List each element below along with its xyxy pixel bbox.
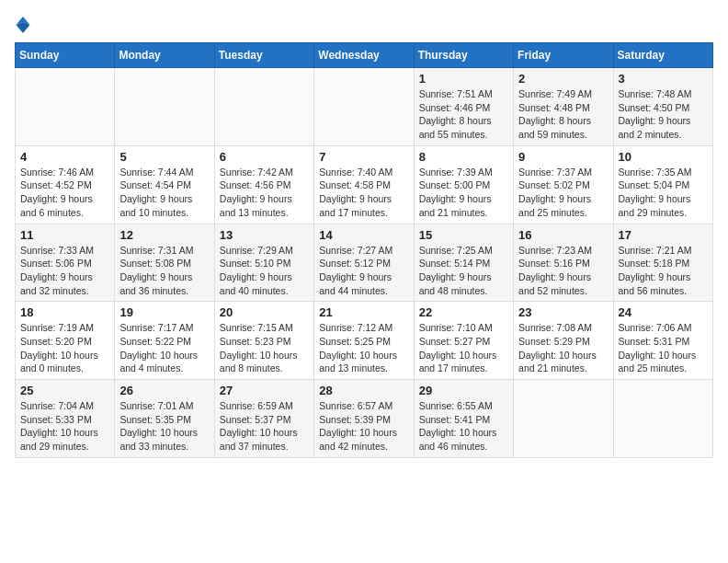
calendar-cell	[214, 68, 313, 146]
calendar-cell	[314, 68, 414, 146]
calendar-cell: 7Sunrise: 7:40 AM Sunset: 4:58 PM Daylig…	[314, 145, 414, 224]
calendar-week-row: 25Sunrise: 7:04 AM Sunset: 5:33 PM Dayli…	[16, 380, 713, 458]
logo-icon	[15, 15, 31, 35]
day-number: 1	[419, 72, 508, 86]
calendar-cell: 27Sunrise: 6:59 AM Sunset: 5:37 PM Dayli…	[214, 380, 313, 458]
calendar-cell: 21Sunrise: 7:12 AM Sunset: 5:25 PM Dayli…	[314, 302, 414, 380]
header	[15, 15, 713, 35]
day-info: Sunrise: 7:10 AM Sunset: 5:27 PM Dayligh…	[419, 321, 508, 375]
day-info: Sunrise: 7:27 AM Sunset: 5:12 PM Dayligh…	[319, 244, 408, 298]
calendar-cell: 20Sunrise: 7:15 AM Sunset: 5:23 PM Dayli…	[214, 302, 313, 380]
day-number: 10	[619, 150, 708, 164]
day-number: 17	[619, 228, 708, 242]
day-info: Sunrise: 7:25 AM Sunset: 5:14 PM Dayligh…	[419, 244, 508, 298]
day-info: Sunrise: 7:21 AM Sunset: 5:18 PM Dayligh…	[619, 244, 708, 298]
column-header-saturday: Saturday	[613, 43, 712, 68]
calendar-cell: 16Sunrise: 7:23 AM Sunset: 5:16 PM Dayli…	[514, 224, 613, 302]
day-number: 15	[419, 228, 508, 242]
day-info: Sunrise: 7:23 AM Sunset: 5:16 PM Dayligh…	[518, 244, 608, 298]
calendar-cell: 24Sunrise: 7:06 AM Sunset: 5:31 PM Dayli…	[613, 302, 712, 380]
day-number: 19	[119, 305, 209, 319]
column-header-sunday: Sunday	[16, 43, 115, 68]
calendar-cell	[115, 68, 214, 146]
day-info: Sunrise: 7:37 AM Sunset: 5:02 PM Dayligh…	[518, 166, 608, 220]
day-info: Sunrise: 7:40 AM Sunset: 4:58 PM Dayligh…	[319, 166, 408, 220]
day-info: Sunrise: 7:08 AM Sunset: 5:29 PM Dayligh…	[518, 321, 608, 375]
day-info: Sunrise: 7:39 AM Sunset: 5:00 PM Dayligh…	[419, 166, 508, 220]
day-info: Sunrise: 7:33 AM Sunset: 5:06 PM Dayligh…	[20, 244, 109, 298]
calendar-cell: 4Sunrise: 7:46 AM Sunset: 4:52 PM Daylig…	[16, 145, 115, 224]
calendar-table: SundayMondayTuesdayWednesdayThursdayFrid…	[15, 42, 713, 458]
calendar-cell: 22Sunrise: 7:10 AM Sunset: 5:27 PM Dayli…	[414, 302, 513, 380]
column-header-monday: Monday	[115, 43, 214, 68]
day-info: Sunrise: 7:06 AM Sunset: 5:31 PM Dayligh…	[619, 321, 708, 375]
calendar-week-row: 1Sunrise: 7:51 AM Sunset: 4:46 PM Daylig…	[16, 68, 713, 146]
calendar-cell: 18Sunrise: 7:19 AM Sunset: 5:20 PM Dayli…	[16, 302, 115, 380]
day-info: Sunrise: 7:42 AM Sunset: 4:56 PM Dayligh…	[220, 166, 309, 220]
day-number: 14	[319, 228, 408, 242]
day-number: 4	[20, 150, 109, 164]
day-number: 16	[518, 228, 608, 242]
day-number: 2	[518, 72, 608, 86]
day-info: Sunrise: 7:35 AM Sunset: 5:04 PM Dayligh…	[619, 166, 708, 220]
day-info: Sunrise: 7:04 AM Sunset: 5:33 PM Dayligh…	[20, 399, 109, 454]
calendar-cell: 26Sunrise: 7:01 AM Sunset: 5:35 PM Dayli…	[115, 380, 214, 458]
day-number: 23	[518, 305, 608, 319]
calendar-week-row: 4Sunrise: 7:46 AM Sunset: 4:52 PM Daylig…	[16, 145, 713, 224]
calendar-cell: 5Sunrise: 7:44 AM Sunset: 4:54 PM Daylig…	[115, 145, 214, 224]
day-number: 26	[119, 384, 209, 397]
day-info: Sunrise: 7:01 AM Sunset: 5:35 PM Dayligh…	[119, 399, 209, 454]
calendar-week-row: 18Sunrise: 7:19 AM Sunset: 5:20 PM Dayli…	[16, 302, 713, 380]
day-number: 8	[419, 150, 508, 164]
day-number: 29	[419, 384, 508, 397]
day-number: 11	[20, 228, 109, 242]
calendar-header-row: SundayMondayTuesdayWednesdayThursdayFrid…	[16, 43, 713, 68]
day-number: 25	[20, 384, 109, 397]
column-header-thursday: Thursday	[414, 43, 513, 68]
day-number: 7	[319, 150, 408, 164]
calendar-week-row: 11Sunrise: 7:33 AM Sunset: 5:06 PM Dayli…	[16, 224, 713, 302]
calendar-cell: 8Sunrise: 7:39 AM Sunset: 5:00 PM Daylig…	[414, 145, 513, 224]
calendar-cell: 15Sunrise: 7:25 AM Sunset: 5:14 PM Dayli…	[414, 224, 513, 302]
day-number: 24	[619, 305, 708, 319]
day-info: Sunrise: 6:59 AM Sunset: 5:37 PM Dayligh…	[220, 399, 309, 454]
day-number: 22	[419, 305, 508, 319]
calendar-cell	[613, 380, 712, 458]
day-number: 3	[619, 72, 708, 86]
day-number: 20	[220, 305, 309, 319]
day-info: Sunrise: 7:51 AM Sunset: 4:46 PM Dayligh…	[419, 87, 508, 142]
day-info: Sunrise: 7:29 AM Sunset: 5:10 PM Dayligh…	[220, 244, 309, 298]
column-header-tuesday: Tuesday	[214, 43, 313, 68]
day-number: 28	[319, 384, 408, 397]
calendar-cell: 23Sunrise: 7:08 AM Sunset: 5:29 PM Dayli…	[514, 302, 613, 380]
calendar-cell: 29Sunrise: 6:55 AM Sunset: 5:41 PM Dayli…	[414, 380, 513, 458]
calendar-cell: 3Sunrise: 7:48 AM Sunset: 4:50 PM Daylig…	[613, 68, 712, 146]
day-number: 27	[220, 384, 309, 397]
calendar-cell	[514, 380, 613, 458]
calendar-cell: 10Sunrise: 7:35 AM Sunset: 5:04 PM Dayli…	[613, 145, 712, 224]
day-info: Sunrise: 7:31 AM Sunset: 5:08 PM Dayligh…	[119, 244, 209, 298]
calendar-cell: 1Sunrise: 7:51 AM Sunset: 4:46 PM Daylig…	[414, 68, 513, 146]
column-header-wednesday: Wednesday	[314, 43, 414, 68]
calendar-cell: 2Sunrise: 7:49 AM Sunset: 4:48 PM Daylig…	[514, 68, 613, 146]
column-header-friday: Friday	[514, 43, 613, 68]
day-number: 12	[119, 228, 209, 242]
calendar-cell: 9Sunrise: 7:37 AM Sunset: 5:02 PM Daylig…	[514, 145, 613, 224]
calendar-cell: 13Sunrise: 7:29 AM Sunset: 5:10 PM Dayli…	[214, 224, 313, 302]
day-info: Sunrise: 7:49 AM Sunset: 4:48 PM Dayligh…	[518, 87, 608, 142]
day-info: Sunrise: 7:46 AM Sunset: 4:52 PM Dayligh…	[20, 166, 109, 220]
day-info: Sunrise: 7:48 AM Sunset: 4:50 PM Dayligh…	[619, 87, 708, 142]
calendar-cell: 12Sunrise: 7:31 AM Sunset: 5:08 PM Dayli…	[115, 224, 214, 302]
day-number: 5	[119, 150, 209, 164]
day-number: 18	[20, 305, 109, 319]
logo	[15, 15, 33, 35]
calendar-cell	[16, 68, 115, 146]
calendar-cell: 28Sunrise: 6:57 AM Sunset: 5:39 PM Dayli…	[314, 380, 414, 458]
calendar-cell: 19Sunrise: 7:17 AM Sunset: 5:22 PM Dayli…	[115, 302, 214, 380]
calendar-cell: 14Sunrise: 7:27 AM Sunset: 5:12 PM Dayli…	[314, 224, 414, 302]
day-info: Sunrise: 6:55 AM Sunset: 5:41 PM Dayligh…	[419, 399, 508, 454]
day-number: 6	[220, 150, 309, 164]
day-number: 9	[518, 150, 608, 164]
calendar-cell: 17Sunrise: 7:21 AM Sunset: 5:18 PM Dayli…	[613, 224, 712, 302]
calendar-cell: 6Sunrise: 7:42 AM Sunset: 4:56 PM Daylig…	[214, 145, 313, 224]
